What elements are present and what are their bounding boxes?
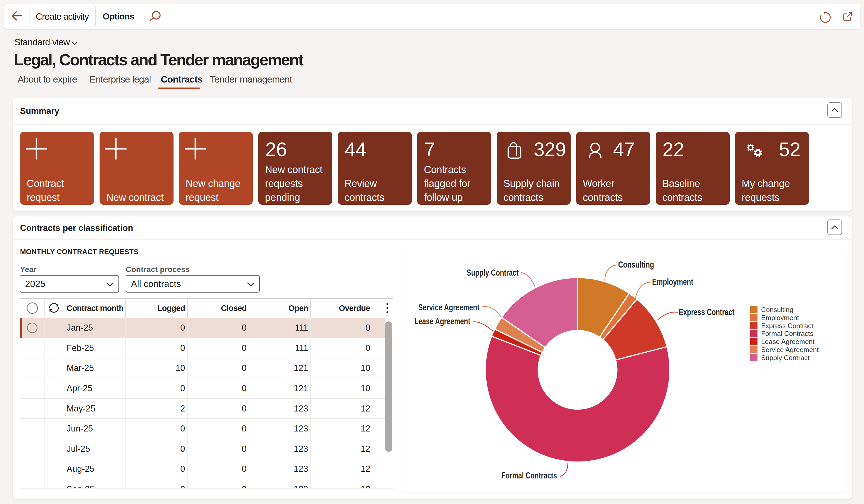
svg-text:Express Contract: Express Contract <box>761 322 813 330</box>
svg-text:Employment: Employment <box>761 314 799 321</box>
svg-text:Service Agreement: Service Agreement <box>418 303 479 312</box>
svg-text:Service Agreement: Service Agreement <box>761 346 819 353</box>
svg-text:Supply Contract: Supply Contract <box>761 354 810 361</box>
svg-text:Formal Contracts: Formal Contracts <box>501 471 557 480</box>
svg-text:Consulting: Consulting <box>761 306 793 314</box>
svg-text:Express Contract: Express Contract <box>679 307 734 317</box>
svg-text:Consulting: Consulting <box>618 260 654 270</box>
svg-text:Formal Contracts: Formal Contracts <box>761 330 813 337</box>
svg-text:Supply Contract: Supply Contract <box>467 268 519 278</box>
svg-text:Lease Agreement: Lease Agreement <box>761 338 815 345</box>
svg-text:Employment: Employment <box>652 277 693 287</box>
svg-text:Lease Agreement: Lease Agreement <box>414 317 470 326</box>
